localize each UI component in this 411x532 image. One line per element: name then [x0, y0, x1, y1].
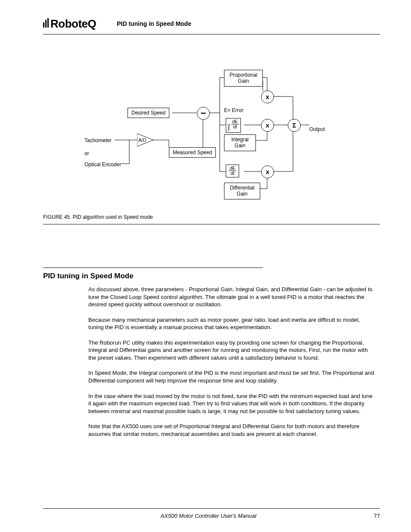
label-or: or — [84, 150, 89, 157]
box-derivative-operator: dE dt — [226, 165, 239, 177]
diagram-lines — [43, 69, 380, 224]
op-mult-integral: x — [261, 119, 274, 132]
mult-icon: x — [266, 93, 269, 101]
op-mult-proportional: x — [261, 90, 274, 103]
page-footer: AX500 Motor Controller User's Manual 77 — [43, 508, 380, 520]
mult-icon: x — [266, 121, 269, 130]
label: Integral Gain — [231, 137, 249, 149]
figure-caption: FIGURE 45. PID algorithm used in Speed m… — [43, 214, 153, 221]
mult-icon: x — [266, 168, 269, 176]
header-title: PID tuning in Speed Mode — [117, 20, 191, 28]
label-optical-encoder: Optical Encoder — [84, 161, 121, 168]
bars-icon — [43, 18, 49, 28]
label: Differential Gain — [230, 185, 254, 197]
label-ad: A/D — [138, 137, 146, 143]
paragraph: As discussed above, three parameters - P… — [88, 286, 376, 308]
label: Desired Speed — [131, 110, 165, 116]
label: Proportional Gain — [230, 72, 258, 84]
paragraph: Note that the AX500 uses one set of Prop… — [88, 423, 376, 438]
box-integral-operator: ∫ dE dt — [226, 118, 241, 132]
paragraph: Because many mechanical parameters such … — [88, 316, 376, 331]
op-mult-differential: x — [261, 165, 274, 178]
box-integral-gain: Integral Gain — [224, 134, 256, 151]
label-error: E= Error — [224, 107, 243, 114]
box-measured-speed: Measured Speed — [169, 147, 216, 158]
label-tachometer: Tachometer — [84, 137, 112, 144]
den: dt — [231, 124, 239, 129]
box-proportional-gain: Proportional Gain — [224, 70, 263, 87]
box-differential-gain: Differential Gain — [224, 183, 260, 199]
brand-logo: RoboteQ — [43, 16, 96, 31]
paragraph: The Roborun PC utility makes this experi… — [88, 339, 376, 362]
footer-doc-title: AX500 Motor Controller User's Manual — [161, 512, 256, 520]
page: RoboteQ PID tuning in Speed Mode — [0, 0, 411, 532]
body-text: As discussed above, three parameters - P… — [88, 286, 376, 438]
fraction: dE dt — [231, 119, 239, 129]
brand-text: RoboteQ — [50, 16, 96, 31]
integral-icon: ∫ — [228, 123, 230, 131]
sigma-icon: Σ — [292, 121, 296, 130]
label-output: Output — [309, 126, 325, 133]
page-number: 77 — [374, 512, 380, 520]
section-heading: PID tuning in Speed Mode — [43, 268, 263, 281]
op-minus-circle: − — [197, 107, 210, 120]
label: Measured Speed — [173, 149, 212, 156]
paragraph: In the case where the load moved by the … — [88, 392, 376, 415]
den: dt — [229, 171, 236, 176]
paragraph: In Speed Mode, the Integral component of… — [88, 369, 376, 384]
page-header: RoboteQ PID tuning in Speed Mode — [43, 16, 380, 34]
figure-pid-diagram: Proportional Gain Desired Speed E= Error… — [43, 69, 380, 224]
fraction: dE dt — [229, 166, 236, 176]
box-desired-speed: Desired Speed — [128, 108, 169, 118]
minus-icon: − — [201, 107, 206, 120]
op-sum: Σ — [288, 119, 301, 132]
